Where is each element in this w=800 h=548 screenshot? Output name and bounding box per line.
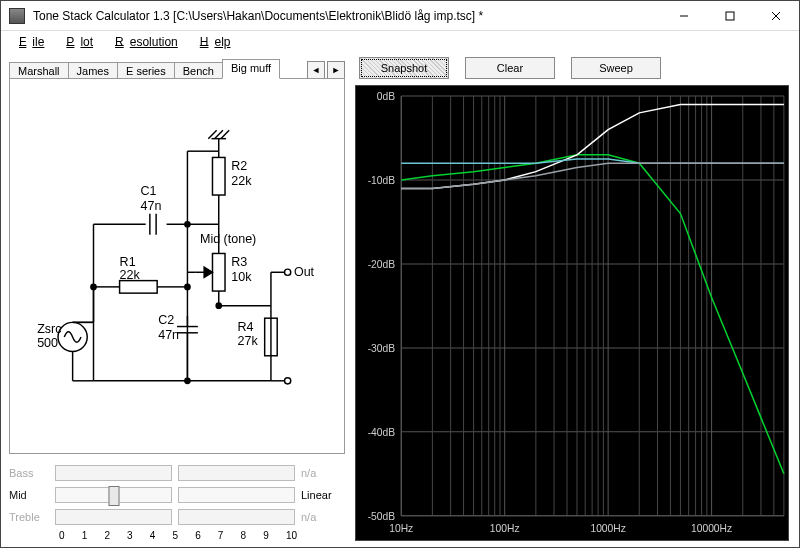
svg-point-39 bbox=[185, 222, 190, 227]
treble-slider-track bbox=[55, 509, 172, 525]
svg-rect-25 bbox=[120, 281, 158, 294]
svg-marker-22 bbox=[204, 267, 212, 277]
svg-text:47n: 47n bbox=[140, 199, 161, 213]
svg-point-34 bbox=[285, 269, 291, 275]
svg-text:R2: R2 bbox=[231, 159, 247, 173]
slider-mid: Mid Linear bbox=[9, 484, 345, 506]
svg-text:-10dB: -10dB bbox=[368, 175, 396, 186]
window-title: Tone Stack Calculator 1.3 [C:\Users\Haka… bbox=[33, 9, 661, 23]
svg-point-40 bbox=[185, 284, 190, 289]
slider-bass: Bass n/a bbox=[9, 462, 345, 484]
maximize-button[interactable] bbox=[707, 1, 753, 31]
svg-text:-50dB: -50dB bbox=[368, 511, 396, 522]
svg-rect-14 bbox=[212, 157, 225, 195]
svg-text:Mid (tone): Mid (tone) bbox=[200, 232, 256, 246]
menu-file[interactable]: File bbox=[7, 33, 50, 51]
slider-panel: Bass n/a Mid Linear Treble n/a 012 345 6 bbox=[9, 462, 345, 541]
svg-text:100Hz: 100Hz bbox=[490, 523, 520, 534]
clear-button[interactable]: Clear bbox=[465, 57, 555, 79]
svg-text:10Hz: 10Hz bbox=[389, 523, 413, 534]
svg-rect-1 bbox=[726, 12, 734, 20]
svg-text:22k: 22k bbox=[231, 174, 252, 188]
mid-slider-track[interactable] bbox=[55, 487, 172, 503]
tab-marshall[interactable]: Marshall bbox=[9, 62, 69, 79]
app-icon bbox=[9, 8, 25, 24]
menu-help[interactable]: Help bbox=[188, 33, 237, 51]
tab-james[interactable]: James bbox=[68, 62, 118, 79]
tab-bench[interactable]: Bench bbox=[174, 62, 223, 79]
svg-text:Out: Out bbox=[294, 265, 315, 279]
menu-plot[interactable]: Plot bbox=[54, 33, 99, 51]
svg-text:-40dB: -40dB bbox=[368, 427, 396, 438]
mid-slider-thumb[interactable] bbox=[108, 486, 119, 506]
menu-bar: File Plot Resolution Help bbox=[1, 31, 799, 53]
bode-plot: 0dB-10dB-20dB-30dB-40dB-50dB10Hz100Hz100… bbox=[355, 85, 789, 541]
svg-rect-78 bbox=[356, 86, 788, 540]
circuit-diagram: C1 47n R2 22k Mid (tone) R3 10k R1 22k O… bbox=[9, 78, 345, 454]
bass-slider-track bbox=[55, 465, 172, 481]
close-button[interactable] bbox=[753, 1, 799, 31]
tab-bigmuff[interactable]: Big muff bbox=[222, 59, 280, 79]
svg-text:C2: C2 bbox=[158, 313, 174, 327]
mid-slider-track2[interactable] bbox=[178, 487, 295, 503]
sweep-button[interactable]: Sweep bbox=[571, 57, 661, 79]
svg-rect-18 bbox=[212, 253, 225, 291]
svg-text:10k: 10k bbox=[231, 270, 252, 284]
svg-point-35 bbox=[285, 378, 291, 384]
svg-text:500: 500 bbox=[37, 336, 58, 350]
tab-eseries[interactable]: E series bbox=[117, 62, 175, 79]
tabs-scroll-right-icon[interactable]: ► bbox=[327, 61, 345, 79]
tabs-scroll-left-icon[interactable]: ◄ bbox=[307, 61, 325, 79]
svg-point-42 bbox=[216, 303, 221, 308]
window-titlebar: Tone Stack Calculator 1.3 [C:\Users\Haka… bbox=[1, 1, 799, 31]
svg-text:47n: 47n bbox=[158, 328, 179, 342]
snapshot-button[interactable]: Snapshot bbox=[359, 57, 449, 79]
svg-text:R3: R3 bbox=[231, 255, 247, 269]
svg-text:-30dB: -30dB bbox=[368, 343, 396, 354]
svg-text:-20dB: -20dB bbox=[368, 259, 396, 270]
svg-text:1000Hz: 1000Hz bbox=[590, 523, 625, 534]
svg-text:22k: 22k bbox=[120, 268, 141, 282]
svg-text:27k: 27k bbox=[238, 334, 259, 348]
svg-text:R4: R4 bbox=[238, 320, 254, 334]
bass-slider-track2 bbox=[178, 465, 295, 481]
svg-text:C1: C1 bbox=[140, 184, 156, 198]
treble-slider-track2 bbox=[178, 509, 295, 525]
slider-tick-labels: 012 345 678 910 bbox=[59, 530, 297, 541]
slider-treble: Treble n/a bbox=[9, 506, 345, 528]
minimize-button[interactable] bbox=[661, 1, 707, 31]
svg-point-41 bbox=[185, 378, 190, 383]
svg-text:0dB: 0dB bbox=[377, 91, 395, 102]
menu-resolution[interactable]: Resolution bbox=[103, 33, 184, 51]
svg-text:10000Hz: 10000Hz bbox=[691, 523, 732, 534]
tab-strip: Marshall James E series Bench Big muff ◄… bbox=[9, 57, 345, 79]
svg-text:Zsrc: Zsrc bbox=[37, 322, 61, 336]
